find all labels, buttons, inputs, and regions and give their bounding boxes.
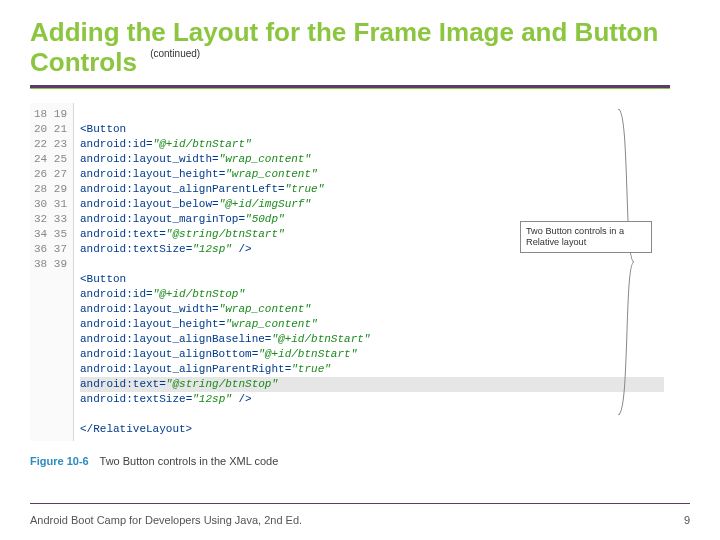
continued-label: (continued) xyxy=(150,48,200,59)
footer-divider xyxy=(30,503,690,504)
callout-box: Two Button controls in a Relative layout xyxy=(520,221,652,253)
title-divider xyxy=(30,84,670,89)
code-figure: 18 19 20 21 22 23 24 25 26 27 28 29 30 3… xyxy=(30,103,670,441)
figure-number: Figure 10-6 xyxy=(30,455,89,467)
callout-text: Two Button controls in a Relative layout xyxy=(526,226,624,247)
line-number-gutter: 18 19 20 21 22 23 24 25 26 27 28 29 30 3… xyxy=(30,103,74,441)
brace-icon xyxy=(616,109,634,415)
figure-caption: Figure 10-6 Two Button controls in the X… xyxy=(30,455,690,467)
footer: Android Boot Camp for Developers Using J… xyxy=(30,514,690,526)
title-text: Adding the Layout for the Frame Image an… xyxy=(30,17,658,77)
figure-caption-text: Two Button controls in the XML code xyxy=(100,455,279,467)
footer-left: Android Boot Camp for Developers Using J… xyxy=(30,514,302,526)
code-block: <Button android:id="@+id/btnStart" andro… xyxy=(74,103,670,441)
page-number: 9 xyxy=(684,514,690,526)
page-title: Adding the Layout for the Frame Image an… xyxy=(30,18,690,78)
